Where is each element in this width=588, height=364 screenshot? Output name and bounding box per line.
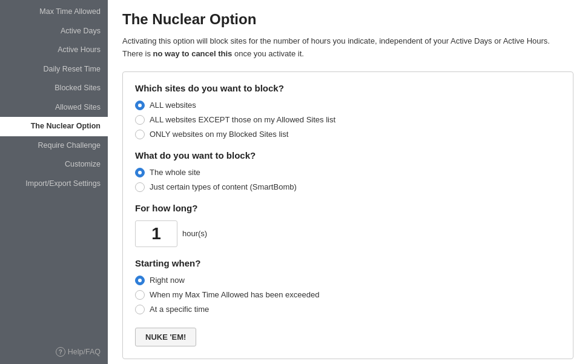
- options-card: Which sites do you want to block? ALL we…: [122, 71, 573, 359]
- section4-radio-group: Right nowWhen my Max Time Allowed has be…: [135, 276, 561, 314]
- section4-title: Starting when?: [135, 258, 561, 268]
- radio-item-max-time-exceeded[interactable]: When my Max Time Allowed has been exceed…: [135, 290, 561, 300]
- description-text2: There is: [122, 49, 151, 58]
- radio-circle-specific-time: [135, 305, 145, 314]
- description: Activating this option will block sites …: [122, 35, 573, 61]
- radio-item-whole-site[interactable]: The whole site: [135, 168, 561, 177]
- hours-unit: hour(s): [182, 229, 207, 238]
- sidebar-item-blocked-sites[interactable]: Blocked Sites: [0, 79, 108, 98]
- radio-circle-certain-content: [135, 182, 145, 192]
- radio-item-all-except-allowed[interactable]: ALL websites EXCEPT those on my Allowed …: [135, 115, 561, 125]
- section2-title: What do you want to block?: [135, 150, 561, 160]
- radio-item-specific-time[interactable]: At a specific time: [135, 305, 561, 314]
- radio-circle-only-blocked: [135, 130, 145, 139]
- radio-label-all-except-allowed: ALL websites EXCEPT those on my Allowed …: [150, 115, 335, 124]
- nuke-button[interactable]: NUKE 'EM!: [135, 328, 196, 346]
- radio-circle-all-except-allowed: [135, 115, 145, 125]
- main-content: The Nuclear Option Activating this optio…: [108, 0, 588, 364]
- sidebar-item-customize[interactable]: Customize: [0, 155, 108, 174]
- hours-input-wrap: 1 hour(s): [135, 220, 561, 247]
- page-title: The Nuclear Option: [122, 11, 573, 28]
- radio-circle-whole-site: [135, 168, 145, 177]
- radio-label-only-blocked: ONLY websites on my Blocked Sites list: [150, 130, 288, 139]
- radio-circle-max-time-exceeded: [135, 290, 145, 300]
- radio-item-certain-content[interactable]: Just certain types of content (SmartBomb…: [135, 182, 561, 192]
- help-icon: ?: [56, 347, 65, 357]
- section1-radio-group: ALL websitesALL websites EXCEPT those on…: [135, 101, 561, 139]
- hours-input[interactable]: 1: [135, 220, 177, 247]
- radio-label-certain-content: Just certain types of content (SmartBomb…: [150, 182, 297, 191]
- sidebar-item-nuclear-option[interactable]: The Nuclear Option: [0, 117, 108, 136]
- help-faq-item[interactable]: ?Help/FAQ: [0, 340, 108, 364]
- section1-title: Which sites do you want to block?: [135, 83, 561, 93]
- sidebar-item-max-time-allowed[interactable]: Max Time Allowed: [0, 2, 108, 22]
- description-text3: once you activate it.: [234, 49, 304, 58]
- sidebar-item-import-export[interactable]: Import/Export Settings: [0, 174, 108, 194]
- radio-label-right-now: Right now: [150, 276, 185, 285]
- radio-label-all-websites: ALL websites: [150, 101, 196, 110]
- radio-item-right-now[interactable]: Right now: [135, 276, 561, 285]
- radio-item-all-websites[interactable]: ALL websites: [135, 101, 561, 110]
- radio-item-only-blocked[interactable]: ONLY websites on my Blocked Sites list: [135, 130, 561, 139]
- sidebar-item-allowed-sites[interactable]: Allowed Sites: [0, 98, 108, 117]
- radio-circle-all-websites: [135, 101, 145, 110]
- radio-circle-right-now: [135, 276, 145, 285]
- section2-radio-group: The whole siteJust certain types of cont…: [135, 168, 561, 192]
- sidebar-item-daily-reset-time[interactable]: Daily Reset Time: [0, 60, 108, 79]
- sidebar-item-active-days[interactable]: Active Days: [0, 22, 108, 41]
- sidebar-item-active-hours[interactable]: Active Hours: [0, 41, 108, 60]
- description-text1: Activating this option will block sites …: [122, 36, 550, 45]
- section3-title: For how long?: [135, 203, 561, 213]
- sidebar-item-require-challenge[interactable]: Require Challenge: [0, 136, 108, 156]
- description-bold: no way to cancel this: [153, 49, 233, 58]
- help-label: Help/FAQ: [68, 348, 101, 356]
- radio-label-whole-site: The whole site: [150, 168, 200, 177]
- radio-label-specific-time: At a specific time: [150, 305, 209, 314]
- sidebar: Max Time AllowedActive DaysActive HoursD…: [0, 0, 108, 364]
- radio-label-max-time-exceeded: When my Max Time Allowed has been exceed…: [150, 290, 319, 299]
